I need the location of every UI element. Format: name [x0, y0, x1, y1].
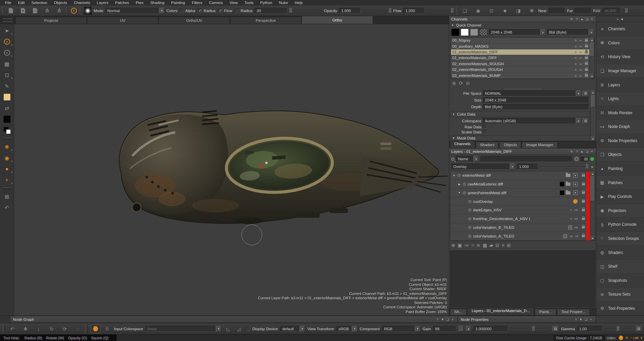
node-properties-title-icon-2[interactable]: ❏ [584, 318, 588, 321]
channels-title-icon-1[interactable]: ? [575, 17, 579, 21]
quick-channel-header[interactable]: ▼ Quick Channel [449, 23, 596, 28]
collapse-icon[interactable]: » [617, 17, 619, 21]
lock-icon[interactable] [585, 51, 588, 53]
gain-fstop-field[interactable]: f/8 [433, 326, 456, 332]
channel-row[interactable]: 01_exteriorMaterials_DIFF≡∞ [451, 49, 589, 55]
add-adjustment-layer-icon[interactable]: ≔ [464, 243, 469, 248]
project-close-icon[interactable]: x [18, 7, 27, 15]
checkbox-flow-2[interactable]: ✓ [218, 8, 223, 13]
link-icon[interactable]: ∞ [578, 44, 583, 48]
gain-minus-button[interactable]: - [459, 326, 464, 332]
sidebar-item-node-properties[interactable]: ⚙Node Properties [596, 134, 644, 148]
node-graph-title-icon-0[interactable]: ? [435, 318, 440, 321]
bottom-tab[interactable]: Layers - 01_exteriorMaterials_D... [467, 308, 534, 315]
add-group-icon[interactable]: ▰ [490, 243, 493, 248]
mask-preview-icon[interactable] [573, 190, 578, 195]
scroll-down-icon[interactable]: ▼ [590, 236, 595, 241]
channel-row[interactable]: 00_auxiliary_MASKS≡∞ [451, 43, 589, 49]
foreground-color-swatch[interactable] [3, 93, 11, 101]
clock-status-icon[interactable]: ◔ [630, 335, 632, 340]
sidebar-item-channels[interactable]: ≡Channels [596, 22, 644, 36]
scroll-down-icon[interactable]: ▼ [590, 74, 594, 79]
link-icon[interactable]: ∞ [578, 50, 583, 54]
channel-scrollbar[interactable]: ▲ ▼ [589, 38, 594, 79]
sidebar-item-painting[interactable]: ●Painting [596, 162, 644, 176]
link-icon[interactable]: ∞ [578, 68, 583, 72]
sidebar-item-snapshots[interactable]: ▢Snapshots [596, 273, 644, 288]
visibility-eye-icon[interactable]: ⊙ [467, 208, 472, 212]
rotate-patch-icon[interactable]: ↶ [3, 204, 11, 211]
mask-preview-icon[interactable] [573, 182, 578, 186]
gain-slider[interactable] [510, 329, 550, 329]
paint-through-tool-icon[interactable]: +▼ [3, 49, 11, 56]
toolbar-grip[interactable] [2, 7, 4, 15]
paint-buffer-tool-icon[interactable]: ❋▼ [3, 143, 11, 151]
flatten-layers-icon[interactable]: ≋ [476, 243, 480, 248]
paint-through-icon[interactable]: ❋ [527, 7, 536, 15]
mirror-icon[interactable]: ◨ [514, 7, 523, 15]
lock-icon[interactable] [582, 200, 585, 203]
tab-uv[interactable]: UV [87, 17, 158, 24]
fov-slider[interactable] [623, 10, 643, 11]
orbit-icon[interactable]: ⟳ [60, 325, 69, 333]
lock-icon[interactable] [582, 191, 585, 194]
menu-painting[interactable]: Painting [168, 1, 188, 5]
layers-title-icon-4[interactable]: × [590, 150, 594, 153]
add-tiled-layer-icon[interactable]: ▦ [482, 243, 487, 248]
patch-center-icon[interactable]: ⊡ [487, 7, 496, 15]
projector-eye-icon[interactable]: ◉ [474, 7, 482, 15]
mask-data-header[interactable]: ▼ Mask Data [450, 135, 590, 141]
lock-icon[interactable] [582, 226, 585, 228]
menu-ptex[interactable]: Ptex [133, 1, 146, 5]
toolbar-grip[interactable] [66, 7, 68, 15]
group-folder-icon[interactable] [566, 191, 570, 195]
menu-layers[interactable]: Layers [94, 1, 111, 5]
mask-swatch[interactable] [560, 190, 564, 195]
tab-ortho[interactable]: Ortho [302, 16, 373, 24]
file-space-reset-button[interactable]: R [583, 91, 589, 96]
tabbar-grip[interactable] [0, 16, 15, 24]
menu-view[interactable]: View [226, 1, 241, 5]
menu-file[interactable]: File [2, 1, 14, 5]
layer-list-icon[interactable]: ≡ [502, 243, 504, 248]
rig-status-icon[interactable]: ⚒ [625, 335, 628, 340]
sidebar-item-shelf[interactable]: ◫Shelf [596, 260, 644, 274]
chevron-down-icon[interactable]: ▼ [415, 326, 420, 332]
layer-row[interactable]: ⊙darkEdges_HSV≈≔ [450, 206, 586, 215]
channels-title-icon-3[interactable]: ❏ [585, 17, 589, 21]
lock-icon[interactable] [585, 45, 588, 47]
node-graph-title-icon-2[interactable]: ❏ [446, 318, 450, 321]
export-status-icon[interactable]: ⬇ [640, 335, 643, 340]
bottom-tab[interactable]: Sh... [450, 309, 467, 315]
menu-objects[interactable]: Objects [51, 1, 70, 5]
sidebar-item-texture-sets[interactable]: ≋Texture Sets [596, 288, 644, 302]
node-properties-titlebar[interactable]: Node Properties ?▼❏× [458, 316, 596, 323]
layers-title-icon-0[interactable]: ↻ [570, 150, 574, 153]
channel-row[interactable]: 02_exteriorMaterials_ROUGH≡∞ [451, 61, 589, 67]
layers-title-icon-3[interactable]: ❏ [585, 150, 589, 153]
menu-icon[interactable]: ≡ [573, 56, 578, 60]
lock-icon[interactable] [582, 235, 585, 237]
channels-title-icon-0[interactable]: ↻ [570, 17, 574, 21]
size-field[interactable]: 2048 x 2048 [483, 97, 589, 103]
link-icon[interactable]: ∞ [578, 56, 583, 60]
gain-plus-button[interactable]: + [466, 326, 471, 332]
layer-row[interactable]: ▼⊙exteriorMetal diff [450, 171, 586, 180]
sidebar-item-play-controls[interactable]: ▶Play Controls [596, 190, 644, 204]
viewport-canvas[interactable]: Current Tool: Paint (P)Current Object: k… [14, 24, 449, 315]
menu-icon[interactable]: ≡ [573, 62, 578, 66]
depth-field[interactable]: 8bit (Byte) [483, 104, 589, 110]
triangle-down-icon[interactable]: ▼ [452, 137, 455, 140]
menu-icon[interactable]: ≡ [573, 68, 578, 72]
visibility-eye-icon[interactable]: ⊙ [467, 225, 472, 230]
hexagon-status-icon[interactable] [618, 335, 624, 340]
layer-scrollbar[interactable]: ▲ ▼ [590, 171, 595, 241]
gamma-reset-button[interactable]: R [636, 326, 642, 332]
far-field[interactable] [575, 8, 591, 14]
mask-preview-icon[interactable] [573, 173, 578, 178]
lock-icon[interactable] [582, 218, 585, 220]
menu-python[interactable]: Python [257, 1, 275, 5]
panel-tab-objects[interactable]: Objects [499, 142, 521, 148]
radius-field[interactable]: 30 [255, 8, 287, 14]
input-colorspace-dropdown[interactable]: linear ▼ [145, 326, 221, 332]
